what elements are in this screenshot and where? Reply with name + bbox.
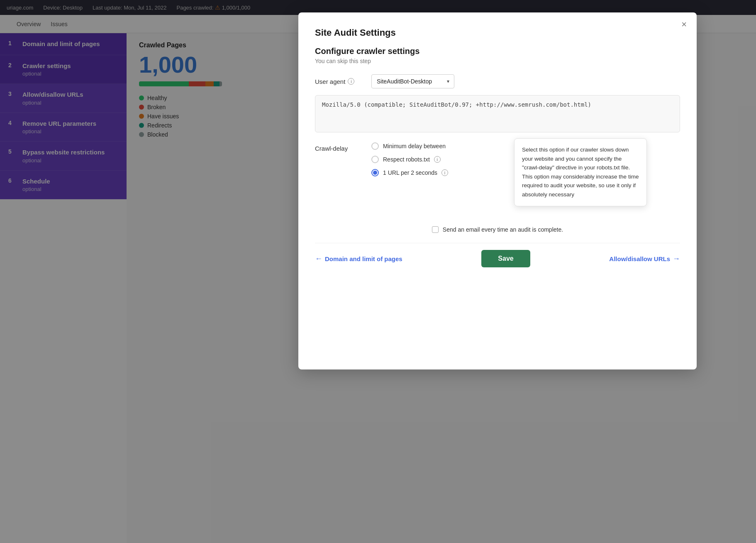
radio-circle-robots — [371, 156, 379, 163]
radio-circle-1url — [371, 169, 379, 176]
modal-footer: ← Domain and limit of pages Save Allow/d… — [315, 243, 680, 267]
radio-circle-minimum — [371, 142, 379, 150]
radio-option-minimum[interactable]: Minimum delay between — [371, 142, 448, 150]
section-title: Configure crawler settings — [315, 46, 680, 56]
save-button[interactable]: Save — [481, 250, 530, 267]
radio-option-robots[interactable]: Respect robots.txt i — [371, 156, 448, 163]
back-arrow-icon: ← — [315, 254, 322, 263]
section-subtitle: You can skip this step — [315, 58, 680, 64]
email-label: Send an email every time an audit is com… — [443, 226, 563, 233]
nav-forward-label: Allow/disallow URLs — [609, 255, 670, 262]
user-agent-select[interactable]: SiteAuditBot-Desktop SiteAuditBot-Mobile… — [371, 74, 454, 88]
crawl-delay-section: Crawl-delay Minimum delay between Respec… — [315, 142, 680, 176]
1url-info-icon[interactable]: i — [441, 169, 448, 176]
forward-arrow-icon: → — [673, 254, 680, 263]
nav-back-link[interactable]: ← Domain and limit of pages — [315, 254, 402, 263]
radio-options: Minimum delay between Respect robots.txt… — [371, 142, 448, 176]
tooltip-box: Select this option if our crawler slows … — [514, 138, 647, 206]
user-agent-row: User agent i SiteAuditBot-Desktop SiteAu… — [315, 74, 680, 88]
crawl-delay-label: Crawl-delay — [315, 142, 365, 152]
email-checkbox[interactable] — [432, 226, 439, 233]
user-agent-string-field[interactable]: Mozilla/5.0 (compatible; SiteAuditBot/0.… — [315, 95, 680, 132]
user-agent-select-wrapper: SiteAuditBot-Desktop SiteAuditBot-Mobile… — [371, 74, 454, 88]
radio-label-robots: Respect robots.txt — [383, 156, 430, 163]
modal-dialog: × Site Audit Settings Configure crawler … — [298, 12, 697, 369]
radio-label-minimum: Minimum delay between — [383, 143, 446, 149]
email-row: Send an email every time an audit is com… — [315, 226, 680, 233]
user-agent-label: User agent i — [315, 78, 365, 85]
user-agent-info-icon[interactable]: i — [348, 78, 354, 85]
radio-label-1url: 1 URL per 2 seconds — [383, 169, 437, 176]
nav-forward-link[interactable]: Allow/disallow URLs → — [609, 254, 680, 263]
modal-title: Site Audit Settings — [315, 27, 680, 38]
robots-info-icon[interactable]: i — [434, 156, 441, 163]
close-button[interactable]: × — [681, 20, 687, 29]
radio-option-1url[interactable]: 1 URL per 2 seconds i — [371, 169, 448, 176]
nav-back-label: Domain and limit of pages — [325, 255, 402, 262]
